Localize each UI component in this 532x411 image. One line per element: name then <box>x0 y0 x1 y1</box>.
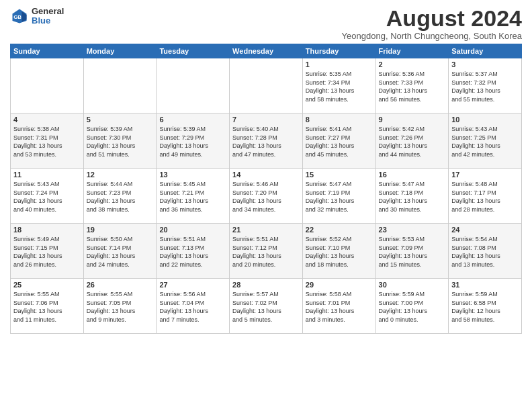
day-info: Sunrise: 5:36 AM Sunset: 7:33 PM Dayligh… <box>379 70 446 103</box>
calendar-cell-w0-d0 <box>11 58 84 113</box>
day-info: Sunrise: 5:42 AM Sunset: 7:26 PM Dayligh… <box>379 125 446 158</box>
day-number: 27 <box>159 281 226 289</box>
svg-text:GB: GB <box>13 14 21 20</box>
subtitle: Yeongdong, North Chungcheong, South Kore… <box>342 31 522 41</box>
title-section: August 2024 Yeongdong, North Chungcheong… <box>342 7 522 41</box>
calendar-cell-w4-d0: 25Sunrise: 5:55 AM Sunset: 7:06 PM Dayli… <box>11 279 84 334</box>
logo-general: General <box>32 7 64 16</box>
calendar: Sunday Monday Tuesday Wednesday Thursday… <box>10 44 522 334</box>
calendar-cell-w0-d3 <box>230 58 303 113</box>
calendar-cell-w2-d5: 16Sunrise: 5:47 AM Sunset: 7:18 PM Dayli… <box>375 169 449 224</box>
day-number: 6 <box>159 116 226 124</box>
calendar-cell-w3-d4: 22Sunrise: 5:52 AM Sunset: 7:10 PM Dayli… <box>302 224 375 279</box>
day-number: 2 <box>379 60 446 68</box>
day-number: 11 <box>13 171 81 179</box>
day-info: Sunrise: 5:57 AM Sunset: 7:02 PM Dayligh… <box>232 290 300 324</box>
day-info: Sunrise: 5:43 AM Sunset: 7:24 PM Dayligh… <box>13 180 81 214</box>
header: GB General Blue August 2024 Yeongdong, N… <box>10 7 522 41</box>
day-number: 10 <box>451 116 519 124</box>
header-thursday: Thursday <box>302 44 375 58</box>
day-info: Sunrise: 5:47 AM Sunset: 7:19 PM Dayligh… <box>306 180 373 214</box>
calendar-cell-w2-d1: 12Sunrise: 5:44 AM Sunset: 7:23 PM Dayli… <box>83 169 157 224</box>
week-row-2: 11Sunrise: 5:43 AM Sunset: 7:24 PM Dayli… <box>11 169 522 224</box>
day-info: Sunrise: 5:59 AM Sunset: 7:00 PM Dayligh… <box>379 290 446 324</box>
day-info: Sunrise: 5:55 AM Sunset: 7:05 PM Dayligh… <box>87 290 154 324</box>
day-number: 20 <box>159 226 226 234</box>
day-info: Sunrise: 5:35 AM Sunset: 7:34 PM Dayligh… <box>306 70 373 103</box>
calendar-cell-w0-d4: 1Sunrise: 5:35 AM Sunset: 7:34 PM Daylig… <box>302 58 375 113</box>
day-info: Sunrise: 5:59 AM Sunset: 6:58 PM Dayligh… <box>451 290 519 324</box>
day-number: 1 <box>306 60 373 68</box>
day-number: 9 <box>379 116 446 124</box>
day-number: 16 <box>379 171 446 179</box>
day-number: 15 <box>306 171 373 179</box>
logo: GB General Blue <box>10 7 64 26</box>
day-number: 31 <box>451 281 519 289</box>
calendar-cell-w2-d0: 11Sunrise: 5:43 AM Sunset: 7:24 PM Dayli… <box>11 169 84 224</box>
day-info: Sunrise: 5:45 AM Sunset: 7:21 PM Dayligh… <box>159 180 226 214</box>
page: GB General Blue August 2024 Yeongdong, N… <box>0 0 532 411</box>
day-number: 30 <box>379 281 446 289</box>
week-row-0: 1Sunrise: 5:35 AM Sunset: 7:34 PM Daylig… <box>11 58 522 113</box>
day-info: Sunrise: 5:37 AM Sunset: 7:32 PM Dayligh… <box>451 70 519 103</box>
week-row-1: 4Sunrise: 5:38 AM Sunset: 7:31 PM Daylig… <box>11 113 522 169</box>
day-info: Sunrise: 5:41 AM Sunset: 7:27 PM Dayligh… <box>306 125 373 158</box>
day-number: 28 <box>232 281 300 289</box>
logo-icon: GB <box>10 7 29 26</box>
header-wednesday: Wednesday <box>230 44 303 58</box>
day-number: 12 <box>87 171 154 179</box>
day-number: 17 <box>451 171 519 179</box>
day-number: 23 <box>379 226 446 234</box>
day-info: Sunrise: 5:51 AM Sunset: 7:12 PM Dayligh… <box>232 235 300 269</box>
calendar-cell-w4-d2: 27Sunrise: 5:56 AM Sunset: 7:04 PM Dayli… <box>157 279 230 334</box>
day-info: Sunrise: 5:49 AM Sunset: 7:15 PM Dayligh… <box>13 235 81 269</box>
day-info: Sunrise: 5:53 AM Sunset: 7:09 PM Dayligh… <box>379 235 446 269</box>
calendar-cell-w1-d3: 7Sunrise: 5:40 AM Sunset: 7:28 PM Daylig… <box>230 113 303 169</box>
header-sunday: Sunday <box>11 44 84 58</box>
calendar-cell-w1-d6: 10Sunrise: 5:43 AM Sunset: 7:25 PM Dayli… <box>449 113 522 169</box>
day-number: 14 <box>232 171 300 179</box>
day-info: Sunrise: 5:51 AM Sunset: 7:13 PM Dayligh… <box>159 235 226 269</box>
day-number: 18 <box>13 226 81 234</box>
day-info: Sunrise: 5:48 AM Sunset: 7:17 PM Dayligh… <box>451 180 519 214</box>
day-info: Sunrise: 5:54 AM Sunset: 7:08 PM Dayligh… <box>451 235 519 269</box>
calendar-cell-w0-d5: 2Sunrise: 5:36 AM Sunset: 7:33 PM Daylig… <box>375 58 449 113</box>
weekday-header-row: Sunday Monday Tuesday Wednesday Thursday… <box>11 44 522 58</box>
day-info: Sunrise: 5:52 AM Sunset: 7:10 PM Dayligh… <box>306 235 373 269</box>
day-number: 24 <box>451 226 519 234</box>
day-info: Sunrise: 5:44 AM Sunset: 7:23 PM Dayligh… <box>87 180 154 214</box>
day-info: Sunrise: 5:55 AM Sunset: 7:06 PM Dayligh… <box>13 290 81 324</box>
day-number: 3 <box>451 60 519 68</box>
day-info: Sunrise: 5:40 AM Sunset: 7:28 PM Dayligh… <box>232 125 300 158</box>
calendar-cell-w3-d0: 18Sunrise: 5:49 AM Sunset: 7:15 PM Dayli… <box>11 224 84 279</box>
calendar-cell-w4-d5: 30Sunrise: 5:59 AM Sunset: 7:00 PM Dayli… <box>375 279 449 334</box>
day-info: Sunrise: 5:50 AM Sunset: 7:14 PM Dayligh… <box>87 235 154 269</box>
calendar-cell-w3-d1: 19Sunrise: 5:50 AM Sunset: 7:14 PM Dayli… <box>83 224 157 279</box>
day-info: Sunrise: 5:39 AM Sunset: 7:30 PM Dayligh… <box>87 125 154 158</box>
calendar-cell-w1-d4: 8Sunrise: 5:41 AM Sunset: 7:27 PM Daylig… <box>302 113 375 169</box>
month-title: August 2024 <box>342 7 522 30</box>
calendar-cell-w3-d3: 21Sunrise: 5:51 AM Sunset: 7:12 PM Dayli… <box>230 224 303 279</box>
header-monday: Monday <box>83 44 157 58</box>
header-friday: Friday <box>375 44 449 58</box>
week-row-4: 25Sunrise: 5:55 AM Sunset: 7:06 PM Dayli… <box>11 279 522 334</box>
day-info: Sunrise: 5:58 AM Sunset: 7:01 PM Dayligh… <box>306 290 373 324</box>
day-info: Sunrise: 5:39 AM Sunset: 7:29 PM Dayligh… <box>159 125 226 158</box>
calendar-cell-w1-d5: 9Sunrise: 5:42 AM Sunset: 7:26 PM Daylig… <box>375 113 449 169</box>
calendar-cell-w4-d6: 31Sunrise: 5:59 AM Sunset: 6:58 PM Dayli… <box>449 279 522 334</box>
day-number: 29 <box>306 281 373 289</box>
calendar-cell-w1-d1: 5Sunrise: 5:39 AM Sunset: 7:30 PM Daylig… <box>83 113 157 169</box>
calendar-cell-w2-d4: 15Sunrise: 5:47 AM Sunset: 7:19 PM Dayli… <box>302 169 375 224</box>
calendar-cell-w4-d4: 29Sunrise: 5:58 AM Sunset: 7:01 PM Dayli… <box>302 279 375 334</box>
calendar-cell-w2-d2: 13Sunrise: 5:45 AM Sunset: 7:21 PM Dayli… <box>157 169 230 224</box>
day-number: 8 <box>306 116 373 124</box>
calendar-cell-w0-d6: 3Sunrise: 5:37 AM Sunset: 7:32 PM Daylig… <box>449 58 522 113</box>
calendar-cell-w0-d2 <box>157 58 230 113</box>
header-tuesday: Tuesday <box>157 44 230 58</box>
logo-text: General Blue <box>32 7 64 26</box>
day-info: Sunrise: 5:43 AM Sunset: 7:25 PM Dayligh… <box>451 125 519 158</box>
week-row-3: 18Sunrise: 5:49 AM Sunset: 7:15 PM Dayli… <box>11 224 522 279</box>
day-info: Sunrise: 5:38 AM Sunset: 7:31 PM Dayligh… <box>13 125 81 158</box>
calendar-cell-w3-d5: 23Sunrise: 5:53 AM Sunset: 7:09 PM Dayli… <box>375 224 449 279</box>
logo-blue: Blue <box>32 16 64 26</box>
